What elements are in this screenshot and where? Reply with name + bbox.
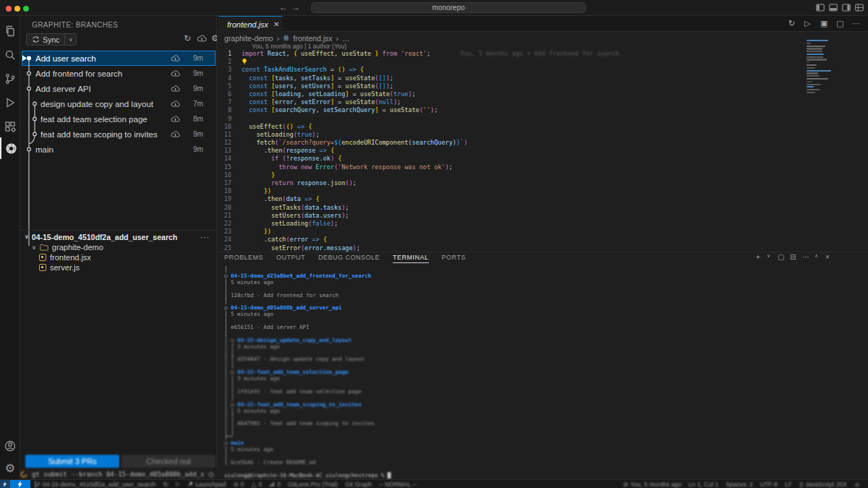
branch-row[interactable]: Add user search9m bbox=[22, 51, 216, 66]
status-item-blocked[interactable]: ⊘You, 5 months ago bbox=[619, 481, 685, 488]
source-control-icon[interactable] bbox=[0, 68, 20, 90]
status-item-warning[interactable]: △0 bbox=[248, 481, 266, 488]
spinner-icon bbox=[20, 471, 27, 478]
branch-row[interactable]: Add frontend for search9m bbox=[22, 66, 216, 81]
kill-terminal-icon[interactable]: ⊟ bbox=[790, 253, 796, 261]
branch-row[interactable]: feat add team scoping to invites9m bbox=[22, 127, 216, 142]
panel-tab-debug-console[interactable]: DEBUG CONSOLE bbox=[318, 252, 380, 263]
codelens-annotation[interactable]: You, 5 months ago | 1 author (You) bbox=[252, 43, 346, 50]
status-item-play[interactable]: ▷ bbox=[172, 481, 184, 487]
status-item[interactable]: GitLens Pro (Trial) bbox=[284, 481, 341, 488]
minimap[interactable] bbox=[807, 40, 841, 95]
tab-frontend-jsx[interactable]: frontend.jsx ✕ bbox=[218, 16, 282, 32]
nav-forward-icon[interactable]: → bbox=[292, 2, 300, 12]
search-icon[interactable] bbox=[0, 44, 20, 66]
branch-age: 9m bbox=[193, 145, 215, 153]
macos-minimize-button[interactable] bbox=[14, 6, 20, 12]
split-editor-icon[interactable]: ▣ bbox=[820, 19, 827, 28]
remote-indicator-secondary[interactable] bbox=[0, 480, 10, 488]
sync-button[interactable]: Sync ∨ bbox=[26, 33, 77, 46]
branch-row[interactable]: main9m bbox=[22, 142, 216, 157]
breadcrumb-more[interactable]: … bbox=[342, 34, 350, 43]
cloud-upload-icon[interactable] bbox=[171, 55, 180, 61]
toggle-panel-icon[interactable] bbox=[829, 4, 838, 12]
status-item-branch[interactable]: 04-15-demo_4510df2a_add_user_search bbox=[30, 481, 159, 488]
breadcrumb-repo[interactable]: graphite-demo bbox=[224, 34, 273, 43]
status-item-braces[interactable]: {}JavaScript JSX bbox=[796, 481, 851, 488]
maximize-panel-icon[interactable]: ∧ bbox=[814, 253, 818, 259]
cloud-upload-icon[interactable] bbox=[171, 131, 180, 137]
status-item-signal[interactable]: 0 bbox=[265, 481, 284, 488]
terminal-output[interactable]: │○ 04-15-demo_d23a8be9_add_frontend_for_… bbox=[224, 267, 861, 479]
customize-layout-icon[interactable] bbox=[855, 4, 864, 12]
panel-tab-ports[interactable]: PORTS bbox=[442, 252, 466, 263]
line-number: 3 bbox=[217, 66, 242, 74]
line-number: 15 bbox=[217, 163, 242, 171]
status-item[interactable]: Ln 1, Col 1 bbox=[685, 481, 722, 488]
toggle-secondary-sidebar-icon[interactable] bbox=[842, 4, 851, 12]
editor-run-icon[interactable]: ▷ bbox=[804, 19, 810, 28]
explorer-icon[interactable] bbox=[0, 20, 20, 42]
lightbulb-icon[interactable] bbox=[242, 58, 247, 65]
account-icon[interactable] bbox=[0, 435, 20, 457]
breadcrumb[interactable]: graphite-demo › frontend.jsx › … bbox=[224, 33, 350, 43]
code-area[interactable]: 1import React, { useEffect, useState } f… bbox=[217, 50, 803, 252]
toggle-sidebar-icon[interactable] bbox=[816, 4, 825, 12]
refresh-icon[interactable]: ↻ bbox=[184, 33, 191, 43]
macos-zoom-button[interactable] bbox=[23, 6, 29, 12]
breadcrumb-file[interactable]: frontend.jsx bbox=[293, 34, 332, 43]
status-item[interactable]: LF bbox=[781, 481, 796, 488]
new-terminal-icon[interactable]: + bbox=[756, 253, 760, 261]
cloud-upload-icon[interactable] bbox=[171, 100, 180, 107]
submit-prs-button[interactable]: Submit 3 PRs bbox=[25, 455, 119, 468]
editor-history-icon[interactable]: ↻ bbox=[788, 19, 795, 28]
status-item[interactable]: Git Graph bbox=[341, 481, 375, 488]
branch-row[interactable]: design update copy and layout7m bbox=[22, 96, 216, 111]
nav-back-icon[interactable]: ← bbox=[279, 2, 288, 12]
macos-close-button[interactable] bbox=[6, 6, 12, 12]
tree-file-row[interactable]: server.js bbox=[20, 262, 217, 273]
panel-tab-terminal[interactable]: TERMINAL bbox=[393, 252, 429, 263]
sidebar-graphite-branches: GRAPHITE: BRANCHES Sync ∨ ↻ ⚙ Add user s… bbox=[20, 16, 217, 468]
branch-row[interactable]: feat add team selection page8m bbox=[22, 111, 216, 127]
command-center[interactable]: monorepo bbox=[311, 2, 586, 13]
split-terminal-icon[interactable]: ▢ bbox=[778, 253, 784, 261]
cloud-upload-icon[interactable] bbox=[171, 85, 180, 92]
status-item-rocket[interactable]: Launchpad bbox=[184, 481, 229, 488]
panel-more-actions-icon[interactable]: ⋯ bbox=[802, 253, 809, 261]
line-number: 24 bbox=[217, 236, 242, 244]
settings-gear-icon[interactable]: ⚙ bbox=[0, 457, 20, 479]
tab-close-icon[interactable]: ✕ bbox=[273, 20, 279, 28]
terminal-line: │ bbox=[224, 453, 861, 460]
branch-row[interactable]: Add server API9m bbox=[22, 81, 216, 96]
react-icon bbox=[283, 35, 289, 41]
terminal-picker-chevron-icon[interactable]: ∨ bbox=[767, 253, 770, 259]
line-number: 1 bbox=[217, 50, 242, 58]
line-number: 7 bbox=[217, 98, 242, 106]
status-item-error[interactable]: ⊘0 bbox=[229, 481, 247, 488]
status-item-bell[interactable] bbox=[851, 481, 864, 487]
extensions-icon[interactable] bbox=[0, 116, 20, 137]
status-item[interactable]: -- NORMAL -- bbox=[375, 481, 420, 488]
cancel-command-icon[interactable]: ⊙ bbox=[208, 471, 214, 479]
sync-dropdown-chevron-icon[interactable]: ∨ bbox=[65, 37, 76, 43]
tree-file-row[interactable]: frontend.jsx bbox=[20, 252, 217, 262]
graphite-icon[interactable] bbox=[0, 137, 20, 159]
status-item[interactable]: Spaces: 2 bbox=[722, 481, 757, 488]
editor-more-actions-icon[interactable]: ⋯ bbox=[852, 19, 860, 28]
status-item-sync[interactable]: ↻ bbox=[159, 481, 172, 488]
cloud-upload-icon[interactable] bbox=[197, 35, 207, 42]
tree-folder-row[interactable]: ∨graphite-demo bbox=[20, 242, 217, 252]
run-debug-icon[interactable] bbox=[0, 92, 20, 114]
more-actions-icon[interactable]: ··· bbox=[200, 233, 210, 241]
cloud-upload-icon[interactable] bbox=[171, 116, 180, 122]
cloud-upload-icon[interactable] bbox=[171, 70, 180, 77]
changed-files-section-header[interactable]: ∨ 04-15-demo_4510df2a_add_user_search ··… bbox=[20, 231, 217, 242]
remote-indicator[interactable] bbox=[10, 480, 30, 488]
status-item[interactable]: UTF-8 bbox=[757, 481, 781, 488]
panel-tab-output[interactable]: OUTPUT bbox=[276, 252, 305, 263]
panel-tab-problems[interactable]: PROBLEMS bbox=[224, 252, 263, 263]
editor-layout-icon[interactable]: ▢ bbox=[836, 19, 843, 28]
checked-out-button[interactable]: Checked out bbox=[122, 455, 216, 468]
close-panel-icon[interactable]: × bbox=[825, 253, 830, 261]
